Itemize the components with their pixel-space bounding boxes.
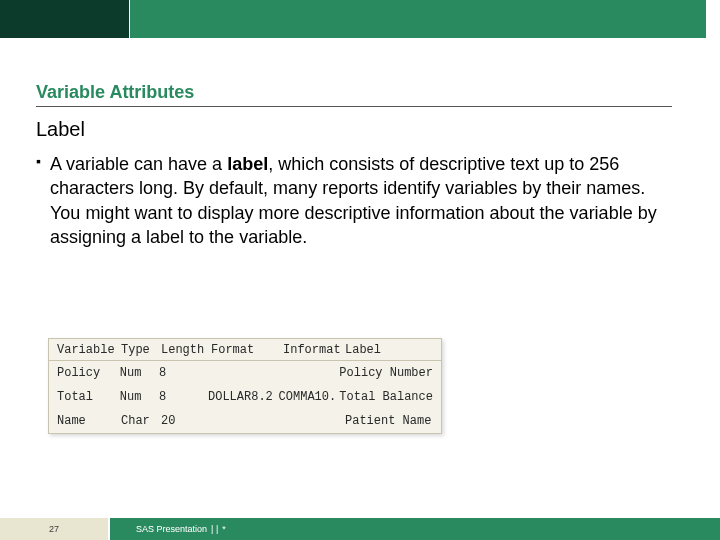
cell-variable: Total [57,390,120,404]
cell-length: 8 [159,366,208,380]
table-row: Policy Num 8 Policy Number [49,361,441,385]
table-row: Total Num 8 DOLLAR8.2 COMMA10. Total Bal… [49,385,441,409]
table-row: Name Char 20 Patient Name [49,409,441,433]
top-bar [0,0,706,38]
col-header-variable: Variable [57,343,121,357]
cell-type: Num [120,390,159,404]
col-header-type: Type [121,343,161,357]
cell-label: Patient Name [345,414,433,428]
col-header-informat: Informat [283,343,345,357]
slide-subheading: Label [36,118,85,141]
bullet-item: A variable can have a label, which consi… [36,152,676,249]
slide-heading: Variable Attributes [36,82,194,103]
footer-sep: | | [211,524,218,534]
bullet-text-pre: A variable can have a [50,154,227,174]
footer-text: SAS Presentation [136,524,207,534]
cell-type: Char [121,414,161,428]
cell-format [211,414,283,428]
cell-informat [283,414,345,428]
cell-format [208,366,279,380]
variable-attr-table: Variable Type Length Format Informat Lab… [48,338,442,434]
footer-star: * [222,524,226,534]
heading-rule [36,106,672,107]
table-header-row: Variable Type Length Format Informat Lab… [49,339,441,361]
bullet-text-emph: label [227,154,268,174]
cell-informat: COMMA10. [279,390,340,404]
cell-label: Policy Number [339,366,433,380]
col-header-format: Format [211,343,283,357]
cell-label: Total Balance [339,390,433,404]
cell-format: DOLLAR8.2 [208,390,279,404]
bottom-bar: 27 SAS Presentation | | * [0,518,720,540]
footer: SAS Presentation | | * [110,518,720,540]
top-bar-fill [130,0,706,38]
cell-length: 20 [161,414,211,428]
cell-variable: Name [57,414,121,428]
cell-type: Num [120,366,159,380]
top-bar-logo-area [0,0,130,38]
cell-informat [279,366,340,380]
cell-variable: Policy [57,366,120,380]
col-header-label: Label [345,343,433,357]
bullet-list: A variable can have a label, which consi… [36,152,676,249]
page-number: 27 [0,518,110,540]
cell-length: 8 [159,390,208,404]
col-header-length: Length [161,343,211,357]
